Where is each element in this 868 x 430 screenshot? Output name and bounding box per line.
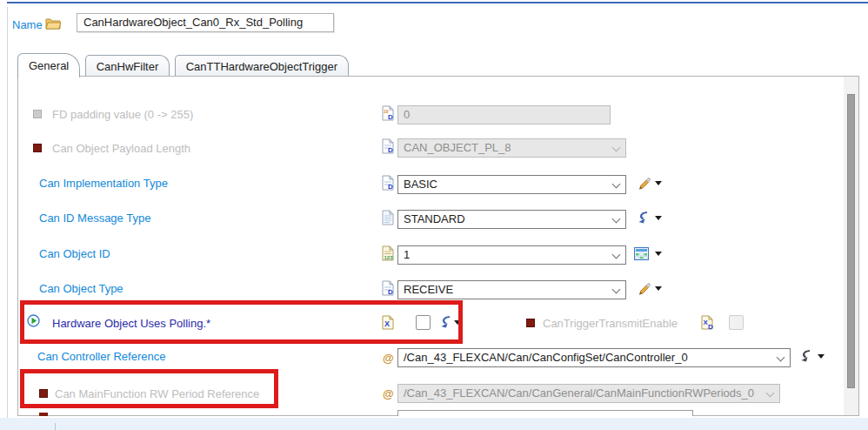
svg-text:D: D xyxy=(388,113,393,121)
enum-default-doc-icon: D xyxy=(382,280,395,299)
tab-bar: General CanHwFilter CanTTHardwareObjectT… xyxy=(17,53,350,77)
plain-doc-icon xyxy=(382,210,395,229)
chevron-down-icon xyxy=(612,180,621,189)
id-message-type-value: STANDARD xyxy=(404,212,465,225)
clipped-next-field xyxy=(397,410,693,416)
fd-padding-label: FD padding value (0 -> 255) xyxy=(52,108,193,121)
mainfunction-rw-period-value: /Can_43_FLEXCAN/Can/CanGeneral/CanMainFu… xyxy=(404,386,754,400)
fd-padding-input: 0 xyxy=(397,105,611,124)
implementation-type-value: BASIC xyxy=(404,178,437,191)
action-dropdown-arrow[interactable] xyxy=(655,216,662,220)
chevron-down-icon xyxy=(766,389,775,398)
svg-text:D: D xyxy=(388,146,393,154)
disabled-bullet-icon xyxy=(33,110,42,118)
vertical-scrollbar-thumb[interactable] xyxy=(847,94,855,388)
fd-padding-value: 0 xyxy=(404,108,410,121)
bool-default-doc-icon: X D xyxy=(701,315,714,333)
mandatory-bullet-icon xyxy=(526,319,535,327)
payload-length-dropdown: CAN_OBJECT_PL_8 xyxy=(397,138,626,158)
object-id-label[interactable]: Can Object ID xyxy=(39,247,110,260)
object-type-dropdown[interactable]: RECEIVE xyxy=(397,280,626,299)
pencil-icon[interactable] xyxy=(636,176,651,194)
trigger-transmit-label: CanTriggerTransmitEnable xyxy=(543,317,678,330)
chevron-down-icon xyxy=(612,286,621,294)
object-type-label[interactable]: Can Object Type xyxy=(39,282,124,295)
action-dropdown-arrow[interactable] xyxy=(655,252,662,256)
calculator-icon[interactable] xyxy=(634,247,649,264)
object-id-dropdown[interactable]: 1 xyxy=(397,245,626,265)
chevron-down-icon xyxy=(777,353,785,362)
payload-length-value: CAN_OBJECT_PL_8 xyxy=(404,141,511,154)
mainfunction-rw-period-dropdown: /Can_43_FLEXCAN/Can/CanGeneral/CanMainFu… xyxy=(397,384,780,403)
formula-icon[interactable] xyxy=(636,211,650,228)
int-doc-icon: 123 xyxy=(382,245,395,265)
tab-general[interactable]: General xyxy=(17,53,80,77)
highlight-box-uses-polling xyxy=(20,300,463,344)
mandatory-bullet-icon xyxy=(39,413,48,416)
formula-dark-icon[interactable] xyxy=(798,349,812,366)
action-dropdown-arrow[interactable] xyxy=(655,286,662,291)
svg-text:123: 123 xyxy=(384,255,394,260)
controller-reference-value: /Can_43_FLEXCAN/Can/CanConfigSet/CanCont… xyxy=(404,351,688,364)
chevron-down-icon xyxy=(612,215,621,224)
action-dropdown-arrow[interactable] xyxy=(655,181,662,185)
name-input[interactable]: CanHardwareObject_Can0_Rx_Std_Polling xyxy=(77,13,334,32)
svg-text:D: D xyxy=(708,323,713,331)
chevron-down-icon xyxy=(612,144,621,152)
name-value: CanHardwareObject_Can0_Rx_Std_Polling xyxy=(83,16,303,29)
svg-text:D: D xyxy=(388,288,393,296)
name-label: Name xyxy=(12,18,43,31)
object-type-value: RECEIVE xyxy=(404,283,453,296)
window-left-edge xyxy=(7,7,8,430)
enum-default-doc-icon: D xyxy=(382,175,395,194)
window-top-accent xyxy=(7,2,868,3)
implementation-type-dropdown[interactable]: BASIC xyxy=(397,175,626,194)
reference-icon: @ xyxy=(383,352,394,365)
action-dropdown-arrow[interactable] xyxy=(818,354,825,359)
mandatory-bullet-icon xyxy=(33,144,42,152)
lower-panel-divider xyxy=(55,423,56,430)
object-id-value: 1 xyxy=(404,248,410,261)
lower-panel-strip xyxy=(0,418,868,430)
pencil-icon[interactable] xyxy=(636,281,651,299)
tab-canhwfilter[interactable]: CanHwFilter xyxy=(85,55,170,77)
open-folder-icon[interactable] xyxy=(45,17,62,33)
payload-length-label: Can Object Payload Length xyxy=(52,142,190,155)
reference-icon: @ xyxy=(383,387,394,400)
implementation-type-label[interactable]: Can Implementation Type xyxy=(39,177,168,190)
int-default-doc-icon: 10 D xyxy=(382,105,395,124)
trigger-transmit-checkbox xyxy=(729,315,744,330)
id-message-type-dropdown[interactable]: STANDARD xyxy=(397,210,626,229)
enum-default-doc-icon: D xyxy=(382,138,395,158)
id-message-type-label[interactable]: Can ID Message Type xyxy=(39,212,150,225)
tab-cantthardwareobjecttrigger[interactable]: CanTTHardwareObjectTrigger xyxy=(175,55,349,77)
chevron-down-icon xyxy=(612,251,621,259)
controller-reference-dropdown[interactable]: /Can_43_FLEXCAN/Can/CanConfigSet/CanCont… xyxy=(397,348,791,367)
highlight-box-mainfunction-reference xyxy=(20,369,278,408)
controller-reference-label[interactable]: Can Controller Reference xyxy=(37,350,165,363)
svg-text:D: D xyxy=(388,183,393,191)
